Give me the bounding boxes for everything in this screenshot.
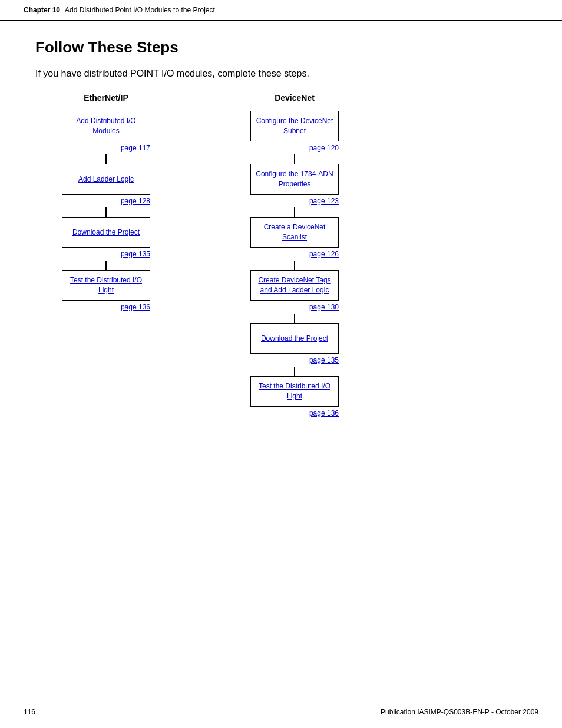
devicenet-page-ref-6[interactable]: page 136: [309, 409, 339, 417]
ethernetip-step-3: Download the Project: [62, 217, 150, 248]
ethernetip-column: EtherNet/IP Add Distributed I/O Modules …: [35, 93, 177, 420]
devicenet-step-1: Configure the DeviceNet Subnet: [250, 111, 339, 141]
intro-text: If you have distributed POINT I/O module…: [35, 68, 538, 79]
page-title: Follow These Steps: [35, 38, 538, 57]
ethernetip-connector-3: page 135: [62, 248, 150, 270]
ethernetip-connector-4: page 136: [62, 301, 150, 314]
devicenet-step-1-link[interactable]: Configure the DeviceNet Subnet: [256, 116, 333, 136]
ethernetip-step-1: Add Distributed I/O Modules: [62, 111, 150, 141]
v-line: [105, 261, 107, 270]
chapter-label: Chapter 10: [24, 6, 60, 14]
devicenet-page-ref-1[interactable]: page 120: [309, 144, 339, 152]
devicenet-header: DeviceNet: [275, 93, 315, 103]
devicenet-step-3: Create a DeviceNet Scanlist: [250, 217, 339, 248]
chapter-title: Add Distributed Point I/O Modules to the…: [65, 6, 215, 14]
devicenet-connector-3: page 126: [250, 248, 339, 270]
devicenet-connector-6: page 136: [250, 407, 339, 420]
devicenet-connector-1: page 120: [250, 141, 339, 164]
diagram-container: EtherNet/IP Add Distributed I/O Modules …: [35, 93, 538, 420]
ethernetip-step-2: Add Ladder Logic: [62, 164, 150, 195]
devicenet-connector-2: page 123: [250, 195, 339, 217]
ethernetip-step-4-link[interactable]: Test the Distributed I/O Light: [67, 275, 145, 295]
devicenet-page-ref-4[interactable]: page 130: [309, 303, 339, 311]
ethernetip-step-4: Test the Distributed I/O Light: [62, 270, 150, 301]
devicenet-step-2: Configure the 1734-ADN Properties: [250, 164, 339, 195]
v-line: [294, 207, 295, 217]
v-line: [105, 154, 107, 164]
devicenet-step-3-link[interactable]: Create a DeviceNet Scanlist: [256, 222, 333, 242]
page-header: Chapter 10 Add Distributed Point I/O Mod…: [0, 0, 562, 21]
devicenet-step-5: Download the Project: [250, 323, 339, 354]
column-spacer: [177, 93, 224, 420]
page-number: 116: [24, 708, 35, 716]
ethernetip-step-3-link[interactable]: Download the Project: [72, 228, 140, 238]
ethernetip-page-ref-3[interactable]: page 135: [121, 250, 150, 258]
ethernetip-connector-1: page 117: [62, 141, 150, 164]
page-footer: 116 Publication IASIMP-QS003B-EN-P - Oct…: [0, 708, 562, 716]
publication-info: Publication IASIMP-QS003B-EN-P - October…: [381, 708, 538, 716]
devicenet-step-5-link[interactable]: Download the Project: [261, 334, 328, 344]
ethernetip-connector-2: page 128: [62, 195, 150, 217]
devicenet-column: DeviceNet Configure the DeviceNet Subnet…: [224, 93, 365, 420]
ethernetip-header: EtherNet/IP: [84, 93, 128, 103]
v-line: [294, 367, 295, 376]
v-line: [294, 314, 295, 323]
devicenet-step-2-link[interactable]: Configure the 1734-ADN Properties: [256, 169, 333, 189]
devicenet-step-4: Create DeviceNet Tags and Add Ladder Log…: [250, 270, 339, 301]
ethernetip-page-ref-1[interactable]: page 117: [121, 144, 150, 152]
devicenet-step-6: Test the Distributed I/O Light: [250, 376, 339, 407]
v-line: [105, 207, 107, 217]
ethernetip-page-ref-4[interactable]: page 136: [121, 303, 150, 311]
devicenet-page-ref-3[interactable]: page 126: [309, 250, 339, 258]
v-line: [294, 154, 295, 164]
page-content: Follow These Steps If you have distribut…: [0, 21, 562, 455]
devicenet-step-6-link[interactable]: Test the Distributed I/O Light: [256, 381, 333, 401]
devicenet-connector-4: page 130: [250, 301, 339, 323]
ethernetip-page-ref-2[interactable]: page 128: [121, 197, 150, 205]
devicenet-connector-5: page 135: [250, 354, 339, 376]
ethernetip-step-1-link[interactable]: Add Distributed I/O Modules: [67, 116, 145, 136]
devicenet-step-4-link[interactable]: Create DeviceNet Tags and Add Ladder Log…: [256, 275, 333, 295]
devicenet-page-ref-2[interactable]: page 123: [309, 197, 339, 205]
devicenet-page-ref-5[interactable]: page 135: [309, 356, 339, 364]
ethernetip-step-2-link[interactable]: Add Ladder Logic: [78, 174, 134, 185]
v-line: [294, 261, 295, 270]
